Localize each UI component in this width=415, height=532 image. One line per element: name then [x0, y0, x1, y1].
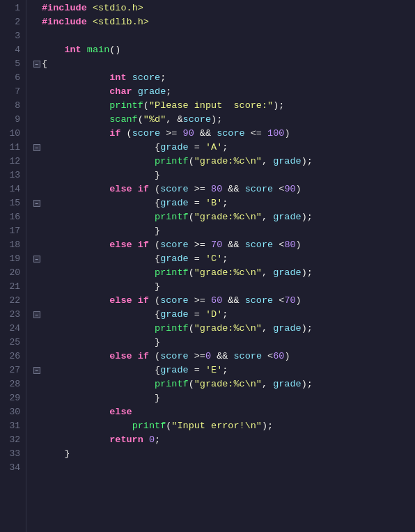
fold-button[interactable]: − — [33, 144, 40, 151]
token-plain — [42, 365, 155, 375]
token-var: score — [160, 240, 189, 250]
token-var: grade — [160, 253, 189, 264]
token-kw: if — [109, 128, 120, 139]
token-kw: else — [109, 351, 132, 361]
code-tokens: if (score >= 90 && score <= 100) — [42, 127, 290, 141]
token-plain: ) — [284, 351, 290, 361]
token-var: score — [160, 295, 189, 306]
token-kw: int — [109, 72, 126, 83]
token-plain: = — [189, 198, 205, 208]
token-plain: , — [262, 156, 273, 166]
code-tokens: printf("Please input score:"); — [42, 99, 284, 113]
line-number: 9 — [0, 113, 20, 127]
token-plain — [42, 45, 64, 55]
token-plain: ( — [149, 295, 160, 306]
token-plain — [143, 435, 149, 445]
token-plain: >= — [189, 184, 211, 194]
token-var: grade — [273, 156, 302, 166]
token-plain: ); — [273, 100, 284, 111]
code-line: char grade; — [32, 85, 415, 99]
fold-button[interactable]: − — [33, 200, 40, 207]
token-fn: printf — [155, 267, 189, 278]
line-number: 27 — [0, 363, 20, 377]
token-brace: } — [64, 448, 70, 459]
token-plain: ) — [284, 128, 290, 139]
token-var: grade — [160, 142, 189, 152]
token-plain: ; — [222, 198, 228, 208]
token-num: 60 — [211, 295, 222, 306]
token-plain: , — [262, 379, 273, 389]
token-brace: { — [155, 309, 160, 320]
token-brace: { — [155, 253, 160, 264]
token-plain: ); — [211, 114, 222, 125]
token-num: 60 — [273, 351, 284, 361]
token-var: score — [132, 128, 161, 139]
token-var: grade — [160, 309, 189, 320]
token-plain — [42, 198, 155, 208]
token-plain: ( — [189, 379, 194, 389]
token-char-lit: 'D' — [205, 309, 222, 320]
code-tokens: else — [42, 405, 132, 419]
line-number: 12 — [0, 155, 20, 169]
token-plain — [42, 407, 109, 417]
token-plain: ( — [149, 184, 160, 194]
fold-button[interactable]: − — [33, 61, 40, 68]
token-str: "grade:%c\n" — [194, 323, 262, 334]
token-plain — [42, 142, 155, 152]
token-num: 70 — [211, 240, 222, 250]
fold-gutter: − — [32, 367, 42, 374]
token-kw: if — [138, 184, 149, 194]
token-kw: return — [109, 435, 143, 445]
line-number: 15 — [0, 196, 20, 210]
line-number: 5 — [0, 57, 20, 71]
token-kw: if — [138, 240, 149, 250]
token-brace: } — [155, 170, 160, 180]
code-tokens: printf("Input error!\n"); — [42, 419, 273, 433]
token-kw: else — [109, 184, 132, 194]
token-plain: ( — [149, 351, 160, 361]
line-number: 7 — [0, 85, 20, 99]
token-plain — [87, 3, 93, 13]
fold-button[interactable]: − — [33, 367, 40, 374]
token-plain — [42, 435, 109, 445]
token-var: score — [245, 240, 274, 250]
token-plain: = — [189, 253, 205, 264]
token-plain — [132, 351, 138, 361]
code-line: } — [32, 224, 415, 238]
token-var: grade — [160, 365, 189, 375]
token-char-lit: 'A' — [205, 142, 222, 152]
token-plain: ; — [155, 435, 160, 445]
token-plain — [42, 114, 109, 125]
token-plain — [42, 212, 155, 222]
line-number: 20 — [0, 266, 20, 280]
token-brace: { — [155, 142, 160, 152]
code-tokens: else if (score >= 60 && score <70) — [42, 294, 302, 308]
token-plain: = — [189, 142, 205, 152]
token-plain — [42, 267, 155, 278]
token-brace: } — [155, 393, 160, 403]
token-plain: ) — [296, 240, 302, 250]
token-plain — [42, 253, 155, 264]
token-fn: scanf — [109, 114, 138, 125]
token-var: score — [217, 128, 245, 139]
code-tokens: {grade = 'E'; — [42, 363, 228, 377]
code-content-area[interactable]: #include <stdio.h>#include <stdlib.h> in… — [26, 0, 415, 532]
code-tokens: } — [42, 447, 70, 461]
token-plain: ); — [302, 156, 313, 166]
code-line: −{ — [32, 57, 415, 71]
code-tokens: {grade = 'B'; — [42, 196, 228, 210]
code-line: } — [32, 391, 415, 405]
fold-button[interactable]: − — [33, 256, 40, 263]
token-plain: >= — [160, 128, 182, 139]
token-var: score — [160, 184, 189, 194]
token-brace: } — [155, 226, 160, 236]
code-tokens: int score; — [42, 71, 166, 85]
code-tokens: {grade = 'A'; — [42, 141, 228, 155]
code-line: } — [32, 169, 415, 182]
fold-button[interactable]: − — [33, 311, 40, 318]
token-num: 0 — [149, 435, 155, 445]
token-kw: #include — [42, 17, 87, 27]
code-line: else if (score >=0 && score <60) — [32, 350, 415, 363]
line-number: 10 — [0, 127, 20, 141]
token-kw: if — [138, 351, 149, 361]
